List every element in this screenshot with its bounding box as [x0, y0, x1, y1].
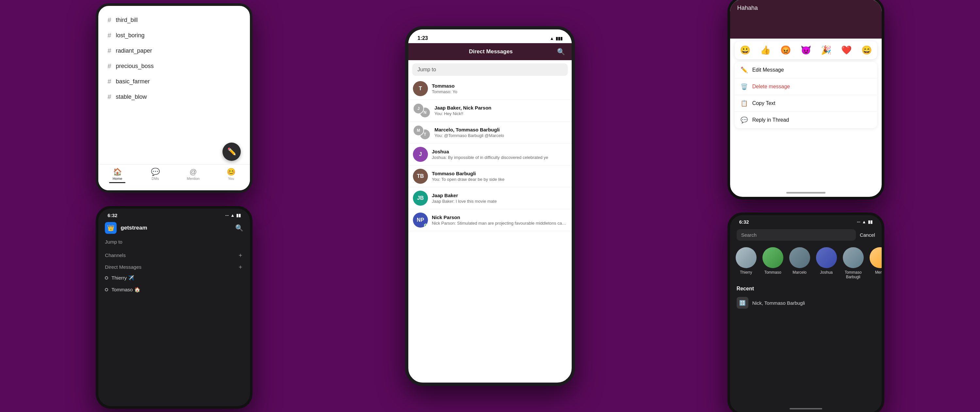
channel-item[interactable]: # third_bill [98, 13, 250, 28]
cancel-button[interactable]: Cancel [860, 232, 875, 238]
sidebar-dm-thierry[interactable]: Thierry ✈️ [98, 272, 250, 284]
right-column: Hahaha 😀 👍 😡 😈 🎉 ❤️ 😄 ✏️ Edit Message 🗑️… [727, 0, 884, 412]
reply-in-thread-button[interactable]: 💬 Reply in Thread [735, 112, 877, 128]
add-channel-button[interactable]: ＋ [237, 251, 243, 259]
channel-item[interactable]: # precious_boss [98, 59, 250, 74]
emoji-devil[interactable]: 😈 [801, 45, 811, 55]
tab-dms-label: DMs [151, 177, 159, 180]
recent-item-text: Nick, Tommaso Barbugli [752, 300, 805, 306]
channel-item[interactable]: # stable_blow [98, 89, 250, 105]
dm-avatar-group: J N [413, 103, 431, 118]
wifi-icon: ▲ [230, 213, 235, 218]
signal-icon: ··· [857, 219, 861, 224]
dm-info: Tommaso Barbugli You: To open draw dear … [432, 171, 567, 182]
app-logo: 👑 [105, 222, 117, 234]
status-bar-3: 6:32 ··· ▲ ▮▮ [98, 209, 250, 220]
person-avatar-tommaso [762, 247, 783, 268]
add-dm-button[interactable]: ＋ [237, 263, 243, 271]
jump-to-label: Jump to [105, 239, 243, 244]
dm-preview: You: Hey Nick!! [434, 111, 567, 116]
channel-name: radiant_paper [116, 48, 152, 54]
emoji-angry[interactable]: 😡 [780, 45, 791, 55]
compose-fab-button[interactable]: ✏️ [223, 142, 241, 161]
tab-mention-label: Mention [187, 177, 200, 180]
search-icon-sidebar[interactable]: 🔍 [235, 224, 243, 232]
dm-conversation-item[interactable]: TB Tommaso Barbugli You: To open draw de… [408, 166, 572, 187]
edit-message-button[interactable]: ✏️ Edit Message [735, 62, 877, 78]
dm-conversation-item[interactable]: J N Jaap Baker, Nick Parson You: Hey Nic… [408, 100, 572, 121]
app-name-label: getstream [121, 225, 231, 231]
sidebar-dm-tommaso[interactable]: Tommaso 🏠 [98, 284, 250, 295]
dm-avatar-1: J [413, 103, 424, 114]
dm-info: Nick Parson Nick Parson: Stimulated man … [432, 214, 567, 226]
online-indicator [105, 276, 108, 279]
battery-icon: ▮▮▮ [556, 36, 563, 41]
copy-text-button[interactable]: 📋 Copy Text [735, 95, 877, 112]
hash-icon: # [108, 62, 111, 70]
dm-preview: Joshua: By impossible of in difficulty d… [432, 155, 567, 160]
person-tommaso-barbugli[interactable]: Tommaso Barbugli [842, 247, 865, 279]
hash-icon: # [108, 16, 111, 24]
dm-info: Tommaso Tommaso: Yo [432, 83, 567, 94]
hash-icon: # [108, 47, 111, 54]
hash-icon: # [108, 93, 111, 101]
emoji-heart[interactable]: ❤️ [841, 45, 852, 55]
tab-you[interactable]: 😊 You [212, 167, 250, 182]
emoji-party[interactable]: 🎉 [821, 45, 831, 55]
person-marcelo[interactable]: Marcelo [788, 247, 811, 279]
dm-name: Jaap Baker [432, 193, 567, 198]
jump-to-section: Jump to [98, 237, 250, 249]
channel-item[interactable]: # basic_farmer [98, 74, 250, 89]
recent-section: Recent 🔡 Nick, Tommaso Barbugli [730, 283, 882, 313]
dm-preview: You: To open draw dear be by side like [432, 177, 567, 182]
wifi-icon: ▲ [862, 219, 866, 224]
tab-mention[interactable]: @ Mention [174, 167, 212, 182]
emoji-thumbsup[interactable]: 👍 [760, 45, 771, 55]
dm-name: Joshua [432, 149, 567, 154]
hash-icon: # [108, 32, 111, 39]
time-3: 6:32 [108, 212, 117, 218]
phone-2-dm: 1:23 ▲ ▮▮▮ Direct Messages 🔍 Jump to T T… [405, 26, 575, 386]
person-thierry[interactable]: Thierry [735, 247, 757, 279]
jump-to-bar[interactable]: Jump to [412, 64, 568, 76]
home-indicator [786, 192, 826, 193]
tab-dms[interactable]: 💬 DMs [136, 167, 174, 182]
people-row: Thierry Tommaso Marcelo Joshua Tommaso B… [730, 244, 882, 283]
tab-home[interactable]: 🏠 Home [98, 167, 136, 184]
tab-bar: 🏠 Home 💬 DMs @ Mention 😊 You [98, 164, 250, 190]
delete-message-button[interactable]: 🗑️ Delete message [735, 78, 877, 95]
recent-item[interactable]: 🔡 Nick, Tommaso Barbugli [737, 294, 875, 311]
dm-conversation-item[interactable]: J Joshua Joshua: By impossible of in dif… [408, 144, 572, 166]
home-indicator-5 [789, 408, 822, 409]
person-name-thierry: Thierry [740, 270, 752, 275]
dm-avatar-group: M T [413, 125, 431, 140]
channel-item[interactable]: # lost_boring [98, 28, 250, 43]
dm-header-title: Direct Messages [425, 48, 557, 55]
search-icon-dm[interactable]: 🔍 [557, 48, 565, 56]
channel-list-content: # third_bill # lost_boring # radiant_pap… [98, 6, 250, 111]
you-icon: 😊 [227, 168, 235, 176]
search-input[interactable]: Search [737, 229, 856, 241]
emoji-add[interactable]: 😄 [861, 45, 872, 55]
recent-label: Recent [737, 286, 875, 292]
dm-conversation-item[interactable]: T Tommaso Tommaso: Yo [408, 78, 572, 100]
dm-name: Tommaso Barbugli [432, 171, 567, 176]
dm-conversation-item[interactable]: NP Nick Parson Nick Parson: Stimulated m… [408, 209, 572, 231]
channel-name: stable_blow [116, 94, 147, 101]
channel-name: lost_boring [116, 32, 145, 39]
phone-1-channels: # third_bill # lost_boring # radiant_pap… [96, 3, 253, 193]
person-tommaso[interactable]: Tommaso [762, 247, 784, 279]
person-merel[interactable]: Merel [869, 247, 882, 279]
dm-preview: Jaap Baker: I love this movie mate [432, 199, 567, 204]
battery-icon: ▮▮ [868, 219, 872, 224]
channel-item[interactable]: # radiant_paper [98, 43, 250, 59]
person-joshua[interactable]: Joshua [815, 247, 838, 279]
dm-avatar: TB [413, 169, 428, 184]
reply-thread-label: Reply in Thread [752, 117, 789, 123]
phone-5-search: 6:32 ··· ▲ ▮▮ Search Cancel Thierry Tomm… [727, 212, 884, 412]
dm-conversation-item[interactable]: JB Jaap Baker Jaap Baker: I love this mo… [408, 187, 572, 209]
tab-home-label: Home [113, 177, 122, 180]
dm-conversation-item[interactable]: M T Marcelo, Tommaso Barbugli You: @Tomm… [408, 121, 572, 144]
phone-3-sidebar: 6:32 ··· ▲ ▮▮ 👑 getstream 🔍 Jump to Chan… [96, 206, 253, 409]
emoji-smile[interactable]: 😀 [740, 45, 750, 55]
